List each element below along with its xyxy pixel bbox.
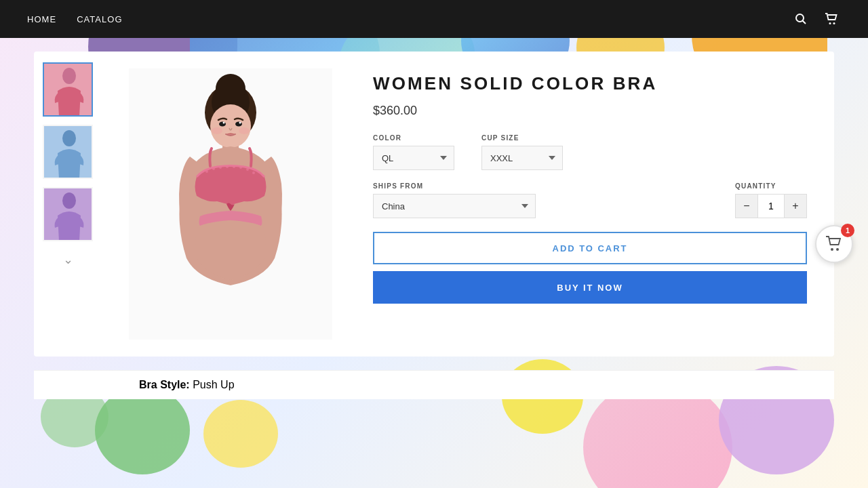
thumbnail-3-image [44,188,92,240]
svg-point-15 [210,104,251,148]
svg-point-5 [62,68,76,84]
svg-point-16 [219,122,226,127]
cup-size-select[interactable]: S M L XL XXL XXXL [481,146,563,170]
ships-qty-row: SHIPS FROM China US Warehouse QUANTITY −… [373,182,807,218]
svg-point-24 [219,166,222,169]
thumbnail-3[interactable] [43,187,93,241]
product-container: ⌄ [34,52,834,357]
quantity-increase-button[interactable]: + [785,195,806,218]
svg-point-17 [235,122,242,127]
svg-line-1 [803,21,806,24]
floating-cart-button[interactable]: 1 [815,225,853,263]
svg-point-13 [216,74,245,104]
cup-size-label: CUP SIZE [481,134,563,142]
svg-point-29 [252,171,255,174]
svg-point-28 [246,168,249,171]
search-icon [795,13,807,25]
blob-8 [95,386,190,474]
svg-point-22 [205,170,208,173]
ships-from-label: SHIPS FROM [373,182,722,190]
bra-style-label: Bra Style: [139,379,190,390]
thumbnail-1[interactable] [43,62,93,117]
ships-from-group: SHIPS FROM China US Warehouse [373,182,722,218]
nav-links: HOME CATALOG [27,14,123,24]
svg-point-31 [836,248,839,251]
bra-style-row: Bra Style: Push Up [34,370,834,399]
svg-point-25 [226,165,229,168]
product-price: $360.00 [373,104,807,118]
color-select[interactable]: QL BL PK WH [373,146,454,170]
svg-point-9 [62,192,76,209]
search-button[interactable] [792,10,810,28]
add-to-cart-button[interactable]: ADD TO CART [373,232,807,264]
color-label: COLOR [373,134,454,142]
svg-point-7 [62,130,76,146]
svg-point-30 [831,248,833,251]
product-image-area [102,52,359,357]
thumbnail-2-image [44,126,92,178]
svg-point-20 [212,127,222,134]
svg-point-21 [239,127,250,134]
quantity-input[interactable] [757,195,785,218]
thumbnail-1-image [44,64,92,115]
floating-cart-icon [825,235,843,253]
blob-9 [203,400,278,468]
ships-from-select[interactable]: China US Warehouse [373,194,536,218]
thumbnail-2[interactable] [43,125,93,179]
svg-point-3 [833,22,835,24]
navbar: HOME CATALOG [0,0,868,38]
quantity-decrease-button[interactable]: − [736,195,757,218]
svg-point-19 [239,122,241,124]
nav-home[interactable]: HOME [27,14,56,24]
nav-catalog[interactable]: CATALOG [77,14,122,24]
cart-icon [825,13,838,25]
svg-point-18 [223,122,225,124]
svg-point-0 [796,14,804,22]
svg-point-27 [239,166,242,169]
product-main-image [129,68,332,340]
quantity-controls: − + [735,194,807,218]
svg-point-26 [233,165,235,168]
bra-style-value: Push Up [193,379,234,390]
product-title: WOMEN SOLID COLOR BRA [373,73,807,94]
color-option-group: COLOR QL BL PK WH [373,134,454,170]
svg-point-23 [212,167,215,170]
color-cupsize-row: COLOR QL BL PK WH CUP SIZE S M L XL XXL … [373,134,807,170]
nav-icons [792,10,841,28]
svg-point-2 [829,22,831,24]
thumbnails-chevron-down[interactable]: ⌄ [60,249,76,270]
cup-size-option-group: CUP SIZE S M L XL XXL XXXL [481,134,563,170]
product-details-panel: WOMEN SOLID COLOR BRA $360.00 COLOR QL B… [359,52,834,357]
buy-now-button[interactable]: BUY IT NOW [373,271,807,304]
thumbnails-column: ⌄ [34,52,102,357]
quantity-label: QUANTITY [735,182,807,190]
cart-button[interactable] [822,10,841,28]
cart-badge: 1 [841,224,854,237]
quantity-group: QUANTITY − + [735,182,807,218]
